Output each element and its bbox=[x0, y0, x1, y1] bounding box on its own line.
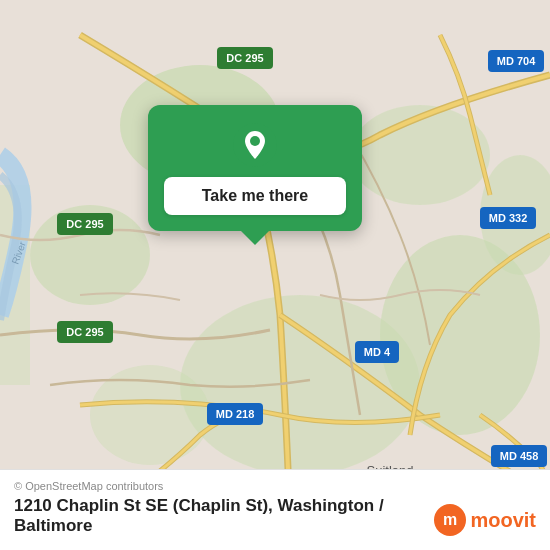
svg-text:MD 458: MD 458 bbox=[500, 450, 539, 462]
location-pin-icon bbox=[233, 123, 277, 167]
svg-text:DC 295: DC 295 bbox=[226, 52, 263, 64]
svg-text:MD 218: MD 218 bbox=[216, 408, 255, 420]
take-me-there-button[interactable]: Take me there bbox=[164, 177, 346, 215]
openstreetmap-text: OpenStreetMap contributors bbox=[25, 480, 163, 492]
moovit-icon: m bbox=[434, 504, 466, 536]
svg-text:MD 704: MD 704 bbox=[497, 55, 536, 67]
map-container: DC 295 MD 704 DC 295 MD 332 DC 295 MD 4 … bbox=[0, 0, 550, 550]
svg-text:DC 295: DC 295 bbox=[66, 326, 103, 338]
copyright-line: © OpenStreetMap contributors bbox=[14, 480, 536, 492]
moovit-logo: m moovit bbox=[434, 504, 536, 536]
svg-text:MD 4: MD 4 bbox=[364, 346, 391, 358]
moovit-brand-label: moovit bbox=[470, 509, 536, 532]
location-card: Take me there bbox=[148, 105, 362, 231]
svg-text:MD 332: MD 332 bbox=[489, 212, 528, 224]
address-line2: Baltimore bbox=[14, 516, 384, 536]
svg-point-30 bbox=[250, 136, 260, 146]
copyright-symbol: © bbox=[14, 480, 22, 492]
address-line1: 1210 Chaplin St SE (Chaplin St), Washing… bbox=[14, 496, 384, 516]
map-background: DC 295 MD 704 DC 295 MD 332 DC 295 MD 4 … bbox=[0, 0, 550, 550]
svg-text:m: m bbox=[443, 511, 457, 528]
svg-text:DC 295: DC 295 bbox=[66, 218, 103, 230]
bottom-bar: © OpenStreetMap contributors 1210 Chapli… bbox=[0, 469, 550, 550]
